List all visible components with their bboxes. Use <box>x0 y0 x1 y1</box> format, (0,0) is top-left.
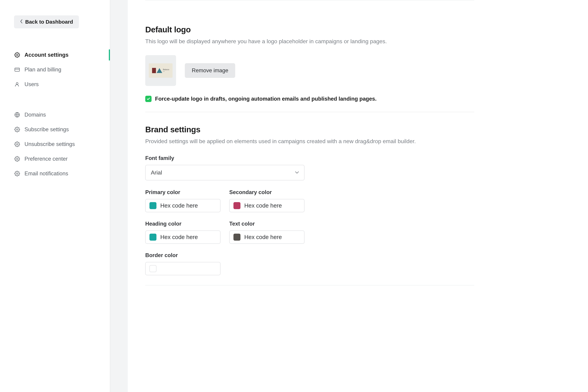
heading-color-input[interactable] <box>160 234 232 240</box>
sidebar-item-label: Users <box>24 81 39 88</box>
content-area: Default logo This logo will be displayed… <box>110 0 588 392</box>
heading-color-swatch[interactable] <box>150 234 156 240</box>
primary-color-label: Primary color <box>145 189 220 196</box>
force-update-label: Force-update logo in drafts, ongoing aut… <box>155 96 376 102</box>
svg-point-6 <box>16 129 18 130</box>
heading-color-input-wrap[interactable] <box>145 230 220 244</box>
brand-settings-title: Brand settings <box>145 125 474 134</box>
sidebar-item-domains[interactable]: Domains <box>0 108 110 122</box>
sidebar-item-plan-billing[interactable]: Plan and billing <box>0 62 110 77</box>
secondary-color-swatch[interactable] <box>234 202 240 209</box>
sidebar-item-users[interactable]: Users <box>0 77 110 92</box>
sidebar-item-label: Preference center <box>24 156 68 162</box>
default-logo-description: This logo will be displayed anywhere you… <box>145 38 474 45</box>
secondary-color-input-wrap[interactable] <box>229 199 304 212</box>
text-color-input[interactable] <box>244 234 316 240</box>
globe-icon <box>14 112 20 118</box>
border-color-input-wrap[interactable] <box>145 262 220 275</box>
chevron-down-icon <box>295 170 299 175</box>
nav-group-account: Account settings Plan and billing Users <box>0 48 110 92</box>
sidebar-item-account-settings[interactable]: Account settings <box>0 48 110 62</box>
svg-point-9 <box>16 173 18 174</box>
sidebar-item-label: Plan and billing <box>24 66 61 73</box>
primary-color-field: Primary color <box>145 189 220 212</box>
gear-icon <box>14 126 20 133</box>
border-color-field: Border color <box>145 252 474 275</box>
back-to-dashboard-button[interactable]: Back to Dashboard <box>14 16 79 28</box>
primary-color-input-wrap[interactable] <box>145 199 220 212</box>
brand-settings-description: Provided settings will be applied on ele… <box>145 138 474 145</box>
brand-settings-section: Brand settings Provided settings will be… <box>145 112 474 286</box>
secondary-color-label: Secondary color <box>229 189 304 196</box>
border-color-label: Border color <box>145 252 474 258</box>
sidebar-item-subscribe-settings[interactable]: Subscribe settings <box>0 122 110 137</box>
border-color-swatch[interactable] <box>150 265 156 272</box>
svg-point-7 <box>16 144 18 145</box>
nav-group-system: Domains Subscribe settings Unsubscribe s… <box>0 108 110 181</box>
text-color-input-wrap[interactable] <box>229 230 304 244</box>
font-family-select[interactable]: Arial <box>145 165 304 180</box>
secondary-color-field: Secondary color <box>229 189 304 212</box>
sidebar-item-label: Account settings <box>24 52 68 58</box>
heading-color-field: Heading color <box>145 221 220 244</box>
back-label: Back to Dashboard <box>25 19 73 25</box>
svg-point-0 <box>16 54 18 56</box>
font-family-value: Arial <box>151 170 162 176</box>
font-family-label: Font family <box>145 155 474 161</box>
secondary-color-input[interactable] <box>244 202 316 209</box>
gear-icon <box>14 141 20 147</box>
card-icon <box>14 66 20 73</box>
remove-image-button[interactable]: Remove image <box>185 63 235 78</box>
sidebar-item-label: Subscribe settings <box>24 126 69 133</box>
text-color-label: Text color <box>229 221 304 227</box>
text-color-field: Text color <box>229 221 304 244</box>
sidebar-item-email-notifications[interactable]: Email notifications <box>0 166 110 181</box>
gear-icon <box>14 156 20 162</box>
sidebar-item-preference-center[interactable]: Preference center <box>0 152 110 166</box>
default-logo-title: Default logo <box>145 25 474 34</box>
sidebar-item-label: Unsubscribe settings <box>24 141 75 147</box>
chevron-left-icon <box>20 19 23 25</box>
settings-sidebar: Back to Dashboard Account settings Plan … <box>0 0 110 392</box>
logo-image: Balance— <box>149 63 172 78</box>
default-logo-section: Default logo This logo will be displayed… <box>145 0 474 112</box>
logo-preview-box[interactable]: Balance— <box>145 55 176 86</box>
border-color-input[interactable] <box>160 265 232 272</box>
svg-rect-1 <box>15 68 20 72</box>
gear-icon <box>14 170 20 177</box>
force-update-checkbox[interactable] <box>145 96 152 102</box>
svg-point-8 <box>16 158 18 160</box>
user-icon <box>14 81 20 88</box>
text-color-swatch[interactable] <box>234 234 240 240</box>
svg-point-3 <box>16 82 18 84</box>
heading-color-label: Heading color <box>145 221 220 227</box>
gear-icon <box>14 52 20 58</box>
primary-color-swatch[interactable] <box>150 202 156 209</box>
sidebar-item-label: Domains <box>24 112 46 118</box>
sidebar-item-unsubscribe-settings[interactable]: Unsubscribe settings <box>0 137 110 152</box>
primary-color-input[interactable] <box>160 202 232 209</box>
sidebar-item-label: Email notifications <box>24 170 68 177</box>
